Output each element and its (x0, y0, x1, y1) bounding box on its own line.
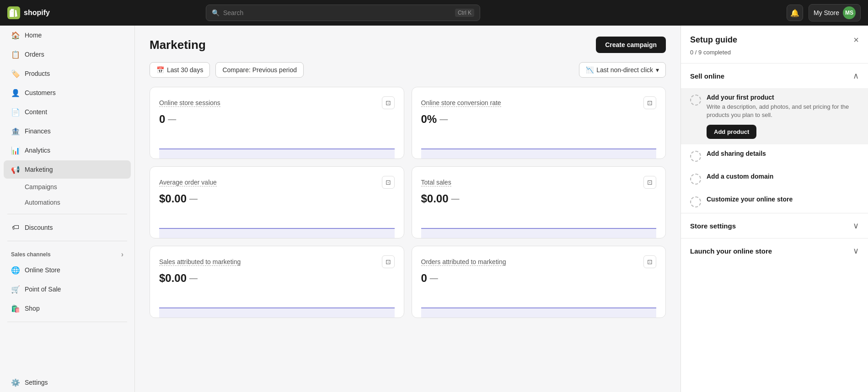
sidebar-item-shop[interactable]: 🛍️ Shop (4, 299, 131, 318)
date-range-filter[interactable]: 📅 Last 30 days (150, 62, 210, 78)
metric-total-sales-chart (421, 211, 657, 238)
add-first-product-desc: Write a description, add photos, and set… (707, 103, 859, 119)
sidebar-item-orders-label: Orders (25, 51, 44, 58)
customers-icon: 👤 (11, 88, 20, 97)
setup-item-add-sharing-details[interactable]: Add sharing details (681, 144, 868, 167)
metric-sessions-icon[interactable]: ⊡ (382, 96, 395, 109)
online-store-icon: 🌐 (11, 265, 20, 275)
chevron-down-icon: ▾ (656, 66, 659, 74)
sidebar-item-home[interactable]: 🏠 Home (4, 26, 131, 44)
add-custom-domain-title: Add a custom domain (707, 173, 859, 180)
calendar-icon: 📅 (156, 66, 164, 74)
sidebar-item-marketing[interactable]: 📢 Marketing (4, 160, 131, 179)
metric-sessions-chart (159, 131, 395, 159)
metric-avg-order-value: $0.00 — (159, 192, 395, 205)
metric-orders-marketing-label: Orders attributed to marketing (421, 258, 506, 266)
metric-card-sales-marketing-header: Sales attributed to marketing ⊡ (159, 255, 395, 268)
content-icon: 📄 (11, 107, 20, 117)
marketing-icon: 📢 (11, 165, 20, 174)
launch-online-store-chevron-icon: ∨ (853, 246, 859, 256)
finances-icon: 🏦 (11, 127, 20, 136)
sidebar-item-point-of-sale[interactable]: 🛒 Point of Sale (4, 280, 131, 298)
sidebar-item-analytics-label: Analytics (25, 147, 50, 154)
add-sharing-details-content: Add sharing details (707, 150, 859, 159)
metric-total-sales-icon[interactable]: ⊡ (643, 176, 656, 189)
metric-conversion-chart (421, 131, 657, 159)
chart-fill-2 (421, 149, 657, 159)
sidebar-item-settings[interactable]: ⚙️ Settings (4, 373, 131, 392)
chart-fill (159, 149, 395, 159)
add-custom-domain-content: Add a custom domain (707, 173, 859, 182)
logo-text: shopify (24, 9, 50, 17)
setup-section-launch-online-store: Launch your online store ∨ (681, 238, 868, 263)
metric-conversion-icon[interactable]: ⊡ (643, 96, 656, 109)
metric-sales-marketing-label: Sales attributed to marketing (159, 258, 241, 266)
customize-online-store-icon (690, 196, 701, 207)
sidebar-item-products-label: Products (25, 70, 50, 77)
setup-item-customize-online-store[interactable]: Customize your online store (681, 190, 868, 213)
sidebar-item-finances[interactable]: 🏦 Finances (4, 122, 131, 140)
customize-online-store-title: Customize your online store (707, 196, 859, 203)
sidebar-item-content-label: Content (25, 108, 47, 116)
attribution-filter[interactable]: 📉 Last non-direct click ▾ (579, 62, 666, 78)
notifications-button[interactable]: 🔔 (787, 5, 803, 21)
metric-avg-order-dash: — (189, 194, 198, 204)
shop-icon: 🛍️ (11, 304, 20, 313)
metric-card-orders-marketing: Orders attributed to marketing ⊡ 0 — (412, 246, 666, 318)
setup-section-store-settings-header[interactable]: Store settings ∨ (681, 213, 868, 238)
sales-channels-expand-icon[interactable]: › (121, 250, 123, 259)
metric-sales-marketing-icon[interactable]: ⊡ (382, 255, 395, 268)
sidebar-item-analytics[interactable]: 📊 Analytics (4, 141, 131, 159)
add-first-product-icon (690, 95, 701, 106)
sales-channels-label: Sales channels › (0, 245, 134, 260)
add-product-button[interactable]: Add product (707, 125, 756, 139)
compare-filter[interactable]: Compare: Previous period (215, 62, 304, 78)
search-bar[interactable]: 🔍 Search Ctrl K (206, 5, 480, 21)
metric-sessions-label: Online store sessions (159, 99, 220, 107)
metric-card-sessions-header: Online store sessions ⊡ (159, 96, 395, 109)
sidebar-item-discounts[interactable]: 🏷 Discounts (4, 218, 131, 237)
content-area: Marketing Create campaign 📅 Last 30 days… (135, 26, 680, 392)
setup-section-launch-online-store-title: Launch your online store (690, 247, 772, 255)
setup-item-add-custom-domain[interactable]: Add a custom domain (681, 167, 868, 190)
attribution-label: Last non-direct click (596, 66, 653, 74)
logo[interactable]: shopify (7, 6, 50, 19)
setup-item-add-first-product[interactable]: Add your first product Write a descripti… (681, 88, 868, 144)
metric-avg-order-icon[interactable]: ⊡ (382, 176, 395, 189)
search-placeholder: Search (223, 9, 243, 16)
compare-label: Compare: Previous period (222, 66, 297, 74)
metric-total-sales-value: $0.00 — (421, 192, 657, 205)
add-sharing-details-title: Add sharing details (707, 150, 859, 157)
sell-online-chevron-icon: ∧ (853, 71, 859, 81)
sidebar-item-products[interactable]: 🏷️ Products (4, 64, 131, 83)
sidebar-item-content[interactable]: 📄 Content (4, 103, 131, 121)
metric-card-avg-order-header: Average order value ⊡ (159, 176, 395, 189)
metric-orders-marketing-icon[interactable]: ⊡ (643, 255, 656, 268)
sidebar-item-settings-label: Settings (25, 379, 48, 386)
date-range-label: Last 30 days (167, 66, 203, 74)
analytics-icon: 📊 (11, 146, 20, 155)
sidebar-divider-3 (7, 322, 127, 322)
sidebar-item-online-store[interactable]: 🌐 Online Store (4, 261, 131, 279)
sidebar: 🏠 Home 📋 Orders 🏷️ Products 👤 Customers … (0, 26, 135, 392)
setup-guide-progress: 0 / 9 completed (681, 49, 868, 63)
metric-card-conversion: Online store conversion rate ⊡ 0% — (412, 87, 666, 159)
sidebar-item-customers[interactable]: 👤 Customers (4, 84, 131, 102)
create-campaign-button[interactable]: Create campaign (596, 37, 666, 53)
metric-orders-marketing-chart (421, 290, 657, 318)
metrics-grid: Online store sessions ⊡ 0 — Online store… (150, 87, 666, 318)
setup-section-sell-online: Sell online ∧ Add your first product Wri… (681, 63, 868, 213)
setup-section-launch-online-store-header[interactable]: Launch your online store ∨ (681, 238, 868, 263)
search-shortcut: Ctrl K (455, 9, 474, 17)
setup-section-sell-online-header[interactable]: Sell online ∧ (681, 64, 868, 88)
filter-bar: 📅 Last 30 days Compare: Previous period … (150, 62, 666, 78)
sidebar-item-online-store-label: Online Store (25, 266, 60, 274)
metric-orders-marketing-value: 0 — (421, 272, 657, 285)
chart-icon: 📉 (586, 66, 594, 74)
home-icon: 🏠 (11, 31, 20, 40)
setup-guide-close-button[interactable]: × (853, 35, 859, 45)
sidebar-item-orders[interactable]: 📋 Orders (4, 45, 131, 64)
sidebar-item-automations[interactable]: Automations (4, 195, 131, 210)
sidebar-item-campaigns[interactable]: Campaigns (4, 180, 131, 194)
store-selector[interactable]: My Store MS (809, 4, 861, 21)
